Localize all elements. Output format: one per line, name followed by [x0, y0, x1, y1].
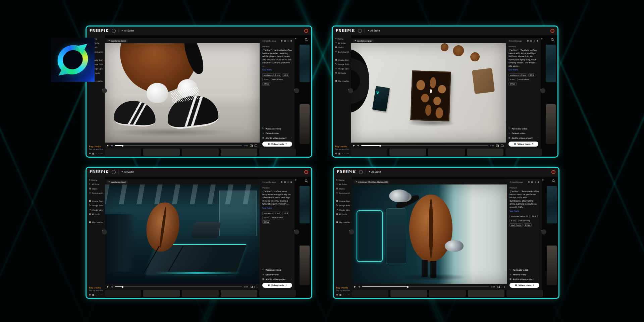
- pip-button[interactable]: [250, 286, 253, 288]
- premium-badge-icon[interactable]: [112, 170, 116, 174]
- related-thumbnail[interactable]: [300, 186, 310, 223]
- close-button[interactable]: [542, 179, 544, 181]
- close-button[interactable]: [295, 179, 297, 181]
- drop-icon[interactable]: [345, 294, 346, 296]
- video-tools-button[interactable]: Video tools: [262, 142, 292, 147]
- avatar[interactable]: [550, 29, 554, 33]
- freepik-wordmark[interactable]: FREEPIK: [90, 170, 109, 174]
- sidebar-item-image-editor[interactable]: Image Editor: [336, 204, 350, 207]
- avatar[interactable]: [304, 29, 308, 33]
- sidebar-item-all-tools[interactable]: All tools: [89, 213, 103, 215]
- fullscreen-button[interactable]: [502, 286, 504, 288]
- video-frame[interactable]: [105, 184, 260, 284]
- next-arrow-button[interactable]: [541, 229, 546, 234]
- premium-badge-icon[interactable]: [112, 29, 116, 33]
- add-to-video-project-button[interactable]: Add to video project: [262, 137, 292, 139]
- see-more-link[interactable]: See more: [262, 207, 292, 209]
- play-button[interactable]: [353, 145, 355, 147]
- download-icon[interactable]: [533, 40, 535, 42]
- prev-arrow-button[interactable]: [102, 88, 107, 93]
- drop-icon[interactable]: [344, 153, 345, 155]
- related-thumbnail[interactable]: [546, 104, 556, 144]
- related-thumbnail[interactable]: [547, 246, 557, 285]
- recreate-video-button[interactable]: Recreate video: [262, 127, 292, 130]
- settings-icon[interactable]: [89, 294, 91, 296]
- add-to-video-project-button[interactable]: Add to video project: [508, 137, 538, 139]
- video-tools-button[interactable]: Video tools: [509, 283, 539, 288]
- pip-button[interactable]: [496, 145, 499, 147]
- sidebar-item-image-generator[interactable]: Image Generator: [89, 200, 103, 202]
- see-more-link[interactable]: See more: [508, 68, 538, 71]
- extend-video-button[interactable]: Extend video: [508, 132, 538, 135]
- progress-bar[interactable]: [361, 145, 488, 146]
- video-tools-button[interactable]: Video tools: [508, 142, 538, 147]
- sidebar-item-my-creations[interactable]: My creations: [336, 221, 350, 223]
- sidebar-item-ai-suite[interactable]: AI Suite: [335, 42, 349, 44]
- avatar[interactable]: [304, 170, 308, 174]
- delete-icon[interactable]: [538, 181, 539, 183]
- pip-button[interactable]: [497, 286, 500, 288]
- apps-icon[interactable]: [339, 294, 341, 296]
- search-icon[interactable]: [551, 38, 554, 41]
- progress-bar[interactable]: [115, 145, 242, 146]
- next-arrow-button[interactable]: [540, 88, 545, 93]
- avatar[interactable]: [551, 170, 555, 174]
- volume-button[interactable]: [358, 286, 360, 288]
- related-thumbnail[interactable]: [300, 246, 310, 285]
- sidebar-item-stock[interactable]: Stock: [89, 187, 103, 190]
- collapse-icon[interactable]: [343, 294, 344, 296]
- buy-credits-link[interactable]: Buy credits: [335, 145, 349, 148]
- recreate-video-button[interactable]: Recreate video: [509, 269, 539, 271]
- download-icon[interactable]: [534, 181, 536, 183]
- close-button[interactable]: [295, 38, 297, 40]
- model-chip[interactable]: seedance (pro): [107, 39, 128, 42]
- sidebar-item-stock[interactable]: Stock: [336, 187, 350, 190]
- related-thumbnail[interactable]: [546, 45, 556, 82]
- prev-arrow-button[interactable]: [102, 229, 107, 234]
- add-to-video-project-button[interactable]: Add to video project: [509, 278, 539, 280]
- volume-button[interactable]: [357, 145, 359, 147]
- tab-ai-suite[interactable]: AI Suite: [121, 29, 134, 32]
- sidebar-item-image-upscaler[interactable]: Image Upscaler: [89, 209, 103, 211]
- sidebar-item-image-generator[interactable]: Image Generator: [335, 59, 349, 61]
- search-icon[interactable]: [305, 179, 308, 182]
- progress-bar[interactable]: [115, 286, 242, 287]
- play-button[interactable]: [354, 286, 356, 288]
- prev-arrow-button[interactable]: [348, 88, 353, 93]
- recreate-video-button[interactable]: Recreate video: [262, 269, 292, 271]
- settings-icon[interactable]: [281, 40, 283, 42]
- tab-ai-suite[interactable]: AI Suite: [368, 29, 380, 32]
- sidebar-item-ai-suite[interactable]: AI Suite: [89, 183, 103, 185]
- apps-icon[interactable]: [92, 153, 94, 155]
- sidebar-item-my-creations[interactable]: My creations: [335, 80, 349, 82]
- premium-badge-icon[interactable]: [359, 170, 363, 174]
- more-icon[interactable]: [347, 294, 350, 296]
- more-icon[interactable]: [100, 294, 103, 296]
- download-icon[interactable]: [287, 181, 289, 183]
- freepik-wordmark[interactable]: FREEPIK: [337, 170, 356, 174]
- freepik-wordmark[interactable]: FREEPIK: [336, 29, 355, 33]
- video-frame[interactable]: [352, 184, 507, 284]
- more-icon[interactable]: [100, 153, 103, 155]
- delete-icon[interactable]: [290, 181, 292, 183]
- buy-credits-link[interactable]: Buy credits: [89, 145, 103, 148]
- sidebar-item-all-tools[interactable]: All tools: [335, 72, 349, 74]
- search-icon[interactable]: [305, 38, 308, 41]
- drop-icon[interactable]: [98, 153, 99, 155]
- sidebar-item-community[interactable]: Community: [89, 192, 103, 194]
- sidebar-item-stock[interactable]: Stock: [335, 46, 349, 49]
- play-button[interactable]: [107, 145, 109, 147]
- extend-video-button[interactable]: Extend video: [262, 273, 292, 276]
- add-to-video-project-button[interactable]: Add to video project: [262, 278, 292, 280]
- volume-button[interactable]: [111, 286, 113, 288]
- video-frame[interactable]: [105, 43, 260, 143]
- settings-icon[interactable]: [89, 153, 91, 155]
- pip-button[interactable]: [250, 145, 253, 147]
- freepik-wordmark[interactable]: FREEPIK: [90, 29, 109, 33]
- collapse-icon[interactable]: [96, 294, 97, 296]
- delete-icon[interactable]: [290, 40, 292, 42]
- fullscreen-button[interactable]: [255, 286, 257, 288]
- related-thumbnail[interactable]: [300, 104, 310, 144]
- video-frame[interactable]: V: [351, 43, 506, 143]
- sidebar-item-image-upscaler[interactable]: Image Upscaler: [335, 67, 349, 70]
